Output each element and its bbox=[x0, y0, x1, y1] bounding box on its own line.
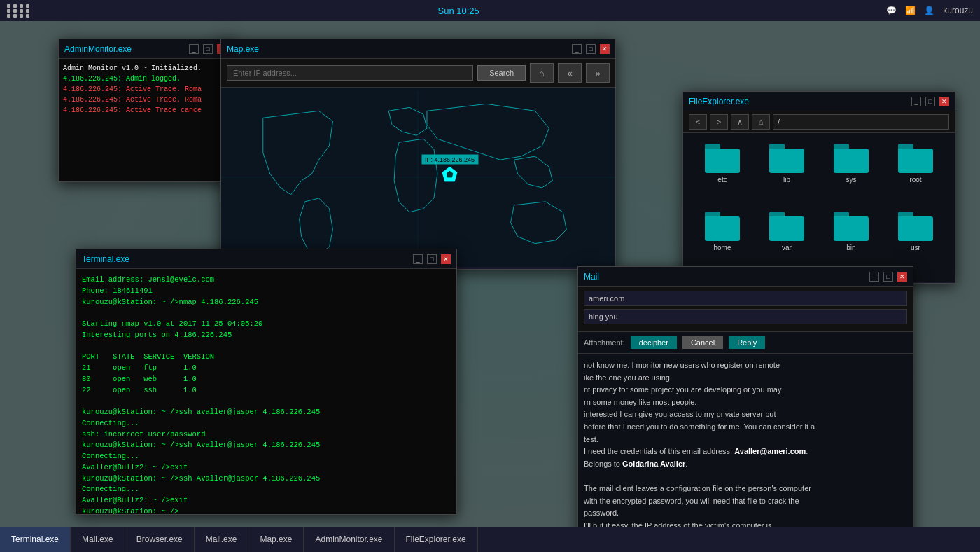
map-close-btn[interactable]: ✕ bbox=[600, 44, 610, 54]
mail-controls: _ □ ✕ bbox=[869, 272, 907, 282]
mail-minimize-btn[interactable]: _ bbox=[869, 272, 879, 282]
folder-icon-lib bbox=[769, 144, 804, 173]
folder-label-bin: bin bbox=[846, 244, 855, 251]
mail-subject-field[interactable] bbox=[584, 309, 907, 324]
map-title: Map.exe bbox=[227, 44, 259, 54]
user-icon: 👤 bbox=[924, 6, 934, 15]
folder-usr[interactable]: usr bbox=[887, 212, 944, 272]
folder-var[interactable]: var bbox=[758, 212, 816, 272]
term-line-20: Connecting... bbox=[82, 484, 451, 495]
folder-bin[interactable]: bin bbox=[822, 212, 880, 272]
folder-root[interactable]: root bbox=[887, 144, 944, 205]
folder-label-sys: sys bbox=[846, 176, 857, 184]
folder-label-var: var bbox=[782, 244, 792, 251]
map-window: Map.exe _ □ ✕ Search ⌂ « » bbox=[220, 39, 616, 270]
taskbar-mail-1[interactable]: Mail.exe bbox=[71, 527, 125, 552]
folder-icon-usr bbox=[898, 212, 933, 241]
admin-minimize-btn[interactable]: _ bbox=[189, 44, 199, 54]
term-line-6: Interesting ports on 4.186.226.245 bbox=[82, 330, 451, 341]
file-back-btn[interactable]: < bbox=[689, 114, 707, 130]
folder-sys[interactable]: sys bbox=[822, 144, 880, 205]
taskbar-map-label: Map.exe bbox=[260, 534, 292, 544]
folder-label-root: root bbox=[909, 176, 921, 184]
taskbar-mail-2[interactable]: Mail.exe bbox=[195, 527, 249, 552]
attachment-label: Attachment: bbox=[584, 338, 625, 347]
term-line-3: kurouzu@kStation: ~ />nmap 4.186.226.245 bbox=[82, 297, 451, 308]
taskbar-adminmonitor[interactable]: AdminMonitor.exe bbox=[304, 527, 394, 552]
folder-label-lib: lib bbox=[783, 176, 790, 184]
folder-etc[interactable]: etc bbox=[694, 144, 751, 205]
mail-body-text: not know me. I monitor new users who reg… bbox=[584, 359, 907, 544]
map-home-btn[interactable]: ⌂ bbox=[530, 63, 554, 83]
apps-grid[interactable] bbox=[7, 4, 31, 18]
term-line-5: Starting nmap v1.0 at 2017-11-25 04:05:2… bbox=[82, 319, 451, 330]
folder-lib[interactable]: lib bbox=[758, 144, 816, 205]
terminal-title: Terminal.exe bbox=[82, 254, 130, 264]
marker-label: IP: 4.186.226.245 bbox=[421, 155, 478, 165]
mail-title: Mail bbox=[584, 272, 599, 282]
terminal-close-btn[interactable]: ✕ bbox=[441, 254, 451, 264]
folder-icon-bin bbox=[834, 212, 869, 241]
map-titlebar: Map.exe _ □ ✕ bbox=[221, 39, 615, 59]
map-maximize-btn[interactable]: □ bbox=[586, 44, 596, 54]
file-home-btn[interactable]: ⌂ bbox=[752, 114, 770, 130]
taskbar-fileexplorer[interactable]: FileExplorer.exe bbox=[395, 527, 478, 552]
file-explorer-window: FileExplorer.exe _ □ ✕ < > ∧ ⌂ etc lib s… bbox=[682, 91, 955, 284]
taskbar-terminal[interactable]: Terminal.exe bbox=[0, 527, 71, 552]
mail-attachment-bar: Attachment: decipher Cancel Reply bbox=[578, 332, 913, 354]
file-grid: etc lib sys root home var bin usr bbox=[683, 133, 955, 282]
map-back-btn[interactable]: « bbox=[558, 63, 582, 83]
file-maximize-btn[interactable]: □ bbox=[925, 97, 935, 106]
mail-maximize-btn[interactable]: □ bbox=[883, 272, 893, 282]
admin-line-4: 4.186.226.245: Active Trace. Roma bbox=[63, 95, 228, 105]
file-titlebar: FileExplorer.exe _ □ ✕ bbox=[683, 92, 955, 111]
map-controls: _ □ ✕ bbox=[572, 44, 610, 54]
term-line-16: kurouzu@kStation: ~ />ssh Avaller@jasper… bbox=[82, 440, 451, 451]
folder-label-etc: etc bbox=[718, 176, 727, 184]
decipher-button[interactable]: decipher bbox=[631, 336, 677, 349]
taskbar-map[interactable]: Map.exe bbox=[248, 527, 304, 552]
admin-line-2: 4.186.226.245: Admin logged. bbox=[63, 74, 228, 84]
admin-titlebar: AdminMonitor.exe _ □ ✕ bbox=[59, 39, 232, 59]
terminal-window: Terminal.exe _ □ ✕ Email address: Jensl@… bbox=[76, 249, 457, 515]
reply-button[interactable]: Reply bbox=[729, 336, 765, 349]
ip-address-input[interactable] bbox=[227, 65, 473, 81]
marker-icon bbox=[442, 167, 458, 182]
world-map bbox=[221, 88, 615, 267]
terminal-maximize-btn[interactable]: □ bbox=[427, 254, 437, 264]
file-forward-btn[interactable]: > bbox=[710, 114, 728, 130]
file-close-btn[interactable]: ✕ bbox=[939, 97, 949, 106]
file-minimize-btn[interactable]: _ bbox=[911, 97, 921, 106]
folder-icon-var bbox=[769, 212, 804, 241]
file-title: FileExplorer.exe bbox=[689, 97, 749, 106]
term-line-22: kurouzu@kStation: ~ /> bbox=[82, 506, 451, 514]
term-line-7 bbox=[82, 341, 451, 352]
taskbar-terminal-label: Terminal.exe bbox=[11, 534, 59, 544]
map-minimize-btn[interactable]: _ bbox=[572, 44, 582, 54]
folder-label-home: home bbox=[713, 244, 731, 251]
term-line-11: 22 open ssh 1.0 bbox=[82, 385, 451, 396]
terminal-content[interactable]: Email address: Jensl@evelc.com Phone: 18… bbox=[76, 269, 456, 514]
mail-to-field[interactable] bbox=[584, 291, 907, 306]
cancel-button[interactable]: Cancel bbox=[682, 336, 723, 349]
terminal-minimize-btn[interactable]: _ bbox=[413, 254, 423, 264]
file-controls: _ □ ✕ bbox=[911, 97, 949, 106]
folder-icon-etc bbox=[705, 144, 740, 173]
map-marker: IP: 4.186.226.245 bbox=[421, 155, 478, 182]
chat-icon[interactable]: 💬 bbox=[886, 6, 897, 15]
term-line-14: Connecting... bbox=[82, 418, 451, 429]
admin-line-5: 4.186.226.245: Active Trace cance bbox=[63, 105, 228, 116]
map-forward-btn[interactable]: » bbox=[586, 63, 610, 83]
wifi-icon: 📶 bbox=[905, 6, 916, 15]
term-line-18: Avaller@Bullz2: ~ />exit bbox=[82, 462, 451, 474]
term-line-19: kurouzu@kStation: ~ />ssh Avaller@jasper… bbox=[82, 474, 451, 485]
file-up-btn[interactable]: ∧ bbox=[731, 114, 749, 130]
taskbar-bottom: Terminal.exe Mail.exe Browser.exe Mail.e… bbox=[0, 527, 980, 552]
folder-home[interactable]: home bbox=[694, 212, 751, 272]
map-search-button[interactable]: Search bbox=[477, 65, 526, 81]
file-path-input[interactable] bbox=[773, 114, 949, 130]
taskbar-browser[interactable]: Browser.exe bbox=[125, 527, 195, 552]
mail-close-btn[interactable]: ✕ bbox=[897, 272, 907, 282]
term-line-17: Connecting... bbox=[82, 451, 451, 462]
admin-maximize-btn[interactable]: □ bbox=[203, 44, 213, 54]
